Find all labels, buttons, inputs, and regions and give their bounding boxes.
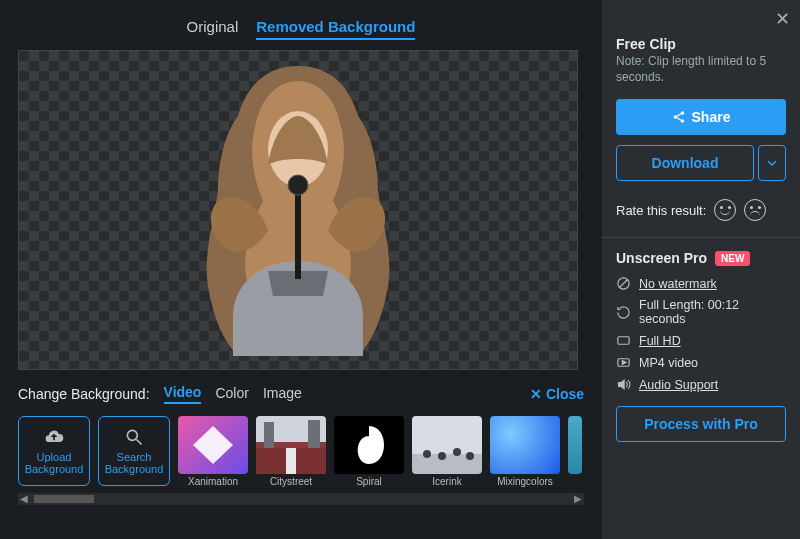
bg-thumb[interactable]: Mixingcolors: [490, 416, 560, 487]
svg-line-5: [137, 440, 142, 445]
svg-point-13: [466, 452, 474, 460]
bg-thumbs: Upload Background Search Background Xani…: [18, 416, 584, 487]
svg-point-12: [453, 448, 461, 456]
svg-rect-9: [286, 448, 296, 474]
download-button[interactable]: Download: [616, 145, 754, 181]
svg-rect-6: [264, 422, 274, 448]
feature-audio: Audio Support: [616, 377, 786, 392]
close-bg-panel[interactable]: ✕ Close: [530, 386, 584, 402]
rate-happy[interactable]: [714, 199, 736, 221]
svg-line-18: [620, 280, 628, 288]
scroll-left-icon[interactable]: ◀: [18, 493, 30, 505]
svg-point-16: [680, 120, 684, 124]
svg-point-15: [673, 115, 677, 119]
share-label: Share: [692, 109, 731, 125]
change-bg-row: Change Background: Video Color Image ✕ C…: [18, 384, 584, 404]
download-label: Download: [652, 155, 719, 171]
hd-icon: [616, 333, 631, 348]
tab-original[interactable]: Original: [187, 18, 239, 40]
bg-thumb[interactable]: Citystreet: [256, 416, 326, 487]
search-background-button[interactable]: Search Background: [98, 416, 170, 486]
cloud-upload-icon: [44, 427, 64, 447]
free-clip-title: Free Clip: [616, 36, 786, 52]
feature-label[interactable]: Full HD: [639, 334, 681, 348]
change-bg-label-group: Change Background: Video Color Image: [18, 384, 302, 404]
share-button[interactable]: Share: [616, 99, 786, 135]
feature-label[interactable]: Audio Support: [639, 378, 718, 392]
new-badge: NEW: [715, 251, 750, 266]
bg-thumb[interactable]: Icerink: [412, 416, 482, 487]
svg-rect-19: [618, 337, 629, 345]
thumb-label: Citystreet: [270, 476, 312, 487]
preview-canvas: [18, 50, 578, 370]
divider: [602, 237, 800, 238]
svg-point-4: [127, 430, 137, 440]
scroll-thumb[interactable]: [34, 495, 94, 503]
feature-full-length: Full Length: 00:12 seconds: [616, 298, 786, 326]
thumb-label: Xanimation: [188, 476, 238, 487]
svg-point-14: [680, 111, 684, 115]
main-panel: Original Removed Background Change Backg…: [0, 0, 602, 539]
svg-rect-1: [295, 189, 301, 279]
bg-option-video[interactable]: Video: [164, 384, 202, 404]
svg-rect-7: [308, 420, 320, 450]
duration-icon: [616, 305, 631, 320]
share-icon: [672, 110, 686, 124]
rate-sad[interactable]: [744, 199, 766, 221]
rate-label: Rate this result:: [616, 203, 706, 218]
bg-option-image[interactable]: Image: [263, 385, 302, 403]
bg-thumb[interactable]: Spiral: [334, 416, 404, 487]
pro-heading: Unscreen Pro NEW: [616, 250, 786, 266]
audio-icon: [616, 377, 631, 392]
feature-label: Full Length: 00:12 seconds: [639, 298, 786, 326]
thumb-label: Spiral: [356, 476, 382, 487]
svg-marker-22: [619, 380, 625, 389]
feature-full-hd: Full HD: [616, 333, 786, 348]
process-with-pro-button[interactable]: Process with Pro: [616, 406, 786, 442]
thumb-label: Mixingcolors: [497, 476, 553, 487]
feature-no-watermark: No watermark: [616, 276, 786, 291]
video-icon: [616, 355, 631, 370]
change-bg-label: Change Background:: [18, 386, 150, 402]
svg-point-11: [438, 452, 446, 460]
pro-title: Unscreen Pro: [616, 250, 707, 266]
free-clip-note: Note: Clip length limited to 5 seconds.: [616, 54, 786, 85]
close-icon[interactable]: ✕: [775, 8, 790, 30]
subject-cutout: [168, 61, 428, 361]
feature-mp4: MP4 video: [616, 355, 786, 370]
chevron-down-icon: [767, 158, 777, 168]
search-icon: [124, 427, 144, 447]
svg-marker-21: [622, 361, 626, 365]
search-bg-label: Search Background: [99, 451, 169, 475]
bg-thumb[interactable]: Xanimation: [178, 416, 248, 487]
feature-label: MP4 video: [639, 356, 698, 370]
thumb-label: Icerink: [432, 476, 461, 487]
download-caret[interactable]: [758, 145, 786, 181]
process-label: Process with Pro: [644, 416, 758, 432]
tab-removed-background[interactable]: Removed Background: [256, 18, 415, 40]
sidebar: ✕ Free Clip Note: Clip length limited to…: [602, 0, 800, 539]
no-watermark-icon: [616, 276, 631, 291]
tabs: Original Removed Background: [18, 10, 584, 50]
svg-point-10: [423, 450, 431, 458]
bg-option-color[interactable]: Color: [215, 385, 248, 403]
feature-label[interactable]: No watermark: [639, 277, 717, 291]
rate-row: Rate this result:: [616, 199, 786, 221]
upload-background-button[interactable]: Upload Background: [18, 416, 90, 486]
pro-features: No watermark Full Length: 00:12 seconds …: [616, 276, 786, 392]
thumbs-scrollbar[interactable]: ◀ ▶: [18, 493, 584, 505]
upload-bg-label: Upload Background: [19, 451, 89, 475]
scroll-right-icon[interactable]: ▶: [572, 493, 584, 505]
bg-thumb[interactable]: [568, 416, 582, 487]
